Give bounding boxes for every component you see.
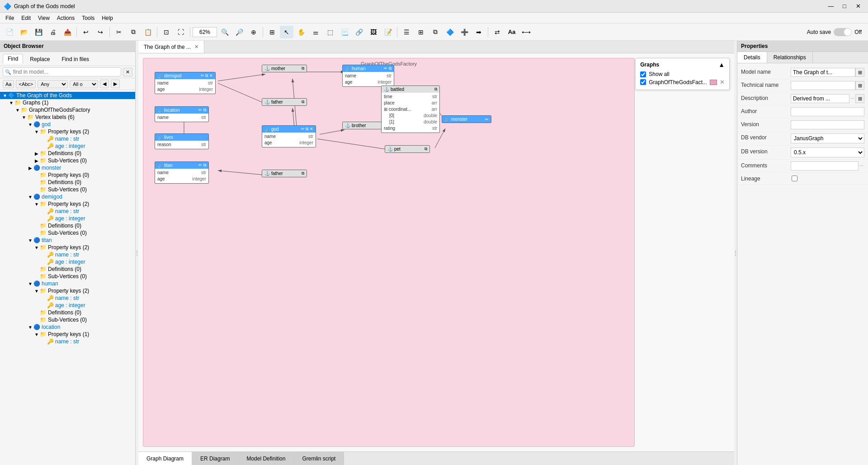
grid-button[interactable]: ⊞ <box>414 26 428 38</box>
tab-find-in-files[interactable]: Find in files <box>57 54 94 64</box>
scope-select[interactable]: All o Current <box>70 80 98 88</box>
tree-god[interactable]: ▼ 🔵 god <box>0 121 135 128</box>
crop-button[interactable]: ⊞ <box>265 26 279 38</box>
container-button[interactable]: ⬚ <box>323 26 337 38</box>
copy-button[interactable]: ⧉ <box>127 26 140 38</box>
tab-graph-of-gods[interactable]: The Graph of the ... ✕ <box>138 41 204 53</box>
tree-monster[interactable]: ▶ 🔵 monster <box>0 164 135 171</box>
version-input[interactable] <box>791 120 864 129</box>
tree-demigod-definitions[interactable]: 📁 Definitions (0) <box>0 222 135 229</box>
node-demigod[interactable]: ⚓ demigod ✏ ⧉ ✕ namestr ageinteger <box>155 72 216 94</box>
search-input[interactable] <box>13 69 119 75</box>
redo-button[interactable]: ↪ <box>94 26 107 38</box>
canvas-area[interactable]: GraphOfTheGodsFactory <box>138 53 734 451</box>
node-monster[interactable]: ⚓ monster ✏ <box>442 115 491 123</box>
tree-demigod-propkeys[interactable]: ▼ 📁 Property keys (2) <box>0 200 135 208</box>
link-button[interactable]: 🔗 <box>352 26 366 38</box>
font-button[interactable]: Aa <box>505 26 519 38</box>
technical-name-expand-button[interactable]: ⊞ <box>855 81 864 90</box>
technical-name-input[interactable] <box>791 81 855 90</box>
plus-button[interactable]: ➕ <box>458 26 471 38</box>
page-button[interactable]: 📃 <box>338 26 351 38</box>
lineage-checkbox[interactable] <box>792 176 797 181</box>
tree-monster-propkeys[interactable]: 📁 Property keys (0) <box>0 171 135 179</box>
prev-result-button[interactable]: ◀ <box>100 80 109 88</box>
fullscreen-button[interactable]: ⛶ <box>174 26 188 38</box>
show-all-checkbox[interactable] <box>640 71 646 77</box>
hand-button[interactable]: ✋ <box>294 26 308 38</box>
tree-god-propkeys[interactable]: ▼ 📁 Property keys (2) <box>0 128 135 135</box>
description-input[interactable] <box>791 94 849 103</box>
factory-checkbox[interactable] <box>640 79 646 85</box>
node-location[interactable]: ⚓ location ✏ ⧉ namestr <box>155 106 209 122</box>
menu-help[interactable]: Help <box>98 14 117 22</box>
tree-human-name[interactable]: 🔑 name : str <box>0 294 135 302</box>
tree-demigod-age[interactable]: 🔑 age : integer <box>0 215 135 222</box>
arrow2-button[interactable]: ⟷ <box>519 26 533 38</box>
list-button[interactable]: ☰ <box>400 26 413 38</box>
node-god[interactable]: ⚓ god ✏ ⧉ ✕ namestr ageinteger <box>262 125 316 147</box>
annotation-button[interactable]: 📝 <box>381 26 395 38</box>
fit-button[interactable]: ⊡ <box>160 26 173 38</box>
zoom-input[interactable] <box>193 27 217 37</box>
print-button[interactable]: 🖨 <box>46 26 60 38</box>
tree-graphs[interactable]: ▼ 📁 Graphs (1) <box>0 99 135 106</box>
tree-titan-name[interactable]: 🔑 name : str <box>0 251 135 258</box>
tree-human-propkeys[interactable]: ▼ 📁 Property keys (2) <box>0 287 135 294</box>
tree-location[interactable]: ▼ 🔵 location <box>0 323 135 331</box>
node-mother[interactable]: ⚓ mother ⧉ <box>262 65 307 72</box>
description-expand-button[interactable]: ⊞ <box>855 94 864 103</box>
tree-titan[interactable]: ▼ 🔵 titan <box>0 237 135 244</box>
bottom-tab-er-diagram[interactable]: ER Diagram <box>192 452 238 465</box>
tree-god-age[interactable]: 🔑 age : integer <box>0 142 135 150</box>
close-button[interactable]: ✕ <box>852 1 864 12</box>
type-select[interactable]: Any Element <box>38 80 68 88</box>
export-button[interactable]: 📤 <box>61 26 74 38</box>
whole-word-button[interactable]: <Abc> <box>16 80 36 88</box>
paste-button[interactable]: 📋 <box>141 26 155 38</box>
arrow-button[interactable]: ➡ <box>472 26 486 38</box>
tree-demigod[interactable]: ▼ 🔵 demigod <box>0 193 135 200</box>
minimize-button[interactable]: — <box>825 1 837 12</box>
select-button[interactable]: ↖ <box>280 26 293 38</box>
tree-titan-definitions[interactable]: 📁 Definitions (0) <box>0 266 135 273</box>
tree-root[interactable]: ▼ 🔷 The Graph of the Gods <box>0 92 135 99</box>
tree-location-propkeys[interactable]: ▼ 📁 Property keys (1) <box>0 331 135 338</box>
shape-button[interactable]: 🔷 <box>443 26 457 38</box>
tab-close-icon[interactable]: ✕ <box>194 44 198 50</box>
tree-god-definitions[interactable]: ▶ 📁 Definitions (0) <box>0 150 135 157</box>
prop-tab-relationships[interactable]: Relationships <box>767 52 813 63</box>
undo-button[interactable]: ↩ <box>79 26 93 38</box>
menu-actions[interactable]: Actions <box>53 14 78 22</box>
diagram-canvas[interactable]: GraphOfTheGodsFactory <box>143 58 635 447</box>
tab-find[interactable]: Find <box>3 54 23 64</box>
tree-vertex-labels[interactable]: ▼ 📁 Vertex labels (6) <box>0 114 135 121</box>
cut-button[interactable]: ✂ <box>112 26 126 38</box>
menu-view[interactable]: View <box>34 14 53 22</box>
node-pet[interactable]: ⚓ pet ⧉ <box>385 145 430 153</box>
factory-remove-button[interactable]: ✕ <box>720 79 725 85</box>
tree-human-subvertices[interactable]: 📁 Sub-Vertices (0) <box>0 316 135 323</box>
bottom-tab-graph-diagram[interactable]: Graph Diagram <box>138 452 192 465</box>
tree-god-subvertices[interactable]: ▶ 📁 Sub-Vertices (0) <box>0 157 135 164</box>
node-human[interactable]: ⚓ human ✏ ⧉ namestr ageinteger <box>342 65 394 87</box>
tree-human[interactable]: ▼ 🔵 human <box>0 280 135 287</box>
node-father-bottom[interactable]: ⚓ father ⧉ <box>262 170 307 177</box>
maximize-button[interactable]: □ <box>838 1 851 12</box>
next-result-button[interactable]: ▶ <box>111 80 120 88</box>
tree-demigod-subvertices[interactable]: 📁 Sub-Vertices (0) <box>0 229 135 237</box>
tree-factory[interactable]: ▼ 📁 GraphOfTheGodsFactory <box>0 106 135 114</box>
bottom-tab-model-definition[interactable]: Model Definition <box>238 452 294 465</box>
window-button[interactable]: ⧉ <box>429 26 442 38</box>
menu-tools[interactable]: Tools <box>78 14 98 22</box>
zoom-fit-button[interactable]: ⊕ <box>247 26 260 38</box>
model-name-expand-button[interactable]: ⊞ <box>855 68 864 77</box>
tree-god-name[interactable]: 🔑 name : str <box>0 135 135 142</box>
db-vendor-select[interactable]: JanusGraph Neptune TigerGraph <box>791 133 864 143</box>
bottom-tab-gremlin-script[interactable]: Gremlin script <box>294 452 344 465</box>
zoom-out-button[interactable]: 🔎 <box>232 26 246 38</box>
open-button[interactable]: 📂 <box>17 26 31 38</box>
tree-demigod-name[interactable]: 🔑 name : str <box>0 208 135 215</box>
node-brother[interactable]: ⚓ brother ⧉ <box>342 122 387 129</box>
autosave-toggle[interactable] <box>834 28 852 36</box>
